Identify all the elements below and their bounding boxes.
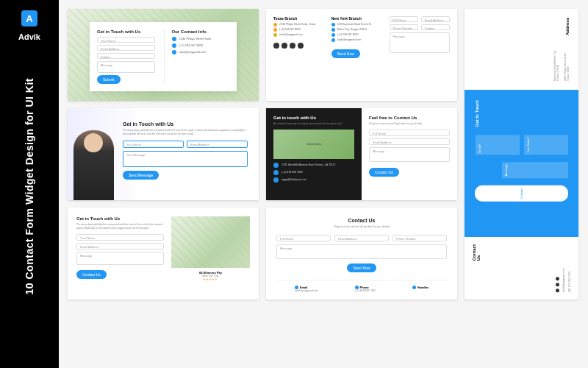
email-input[interactable]: Email Address* (187, 141, 248, 148)
location-icon (331, 23, 335, 26)
branch1-email: advik@mygmail.com (279, 33, 303, 37)
brand-name: Advik (18, 32, 40, 41)
location-icon (331, 28, 335, 32)
message-input[interactable]: Your Message (123, 151, 248, 167)
form-title: Get in Touch with Us (97, 29, 155, 34)
location-icon (273, 163, 279, 168)
contact-button[interactable]: Contact (475, 185, 568, 202)
twitter-icon[interactable] (282, 43, 287, 49)
touch-heading: Get In Touch (475, 100, 568, 127)
send-button[interactable]: Send Message (123, 171, 159, 180)
contact-widget-4: Get in touch with Us A wonderful serenit… (266, 108, 457, 200)
address-heading: Address (565, 18, 570, 35)
phone: (+1) 818 396 7682 (282, 171, 303, 174)
right-sub: Drop us a line and we'll get back to you… (369, 122, 450, 126)
left-sub: A wonderful serenity has taken possessio… (273, 122, 354, 126)
form-sub: On many days pitifully thin compared wit… (76, 223, 164, 230)
instagram-icon[interactable] (290, 43, 295, 49)
usa-map (273, 130, 354, 159)
social-icon (412, 286, 416, 289)
foot-email-v: advik@mygmail.com (295, 289, 318, 292)
location-icon (273, 23, 277, 26)
subject-input[interactable]: Subject (97, 53, 155, 59)
contact-widget-1: Get in Touch with Us Your Name Email Add… (68, 9, 259, 101)
info-email: advik@mygmail.com (179, 50, 207, 54)
phone-input[interactable]: Phone Number (392, 235, 447, 241)
subject-input[interactable]: Subject (421, 24, 450, 30)
email-input[interactable]: Email Address (97, 45, 155, 51)
sidebar: A Advik 10 Contact Form Widget Design fo… (0, 0, 59, 368)
message-input[interactable]: Message (369, 147, 450, 162)
email-input[interactable]: Email Address (421, 16, 450, 22)
email-icon (331, 38, 335, 42)
info-phone: (+1) 234 567 8910 (179, 43, 204, 47)
email-input[interactable]: Email Address (334, 235, 389, 241)
name-input[interactable]: Full Name (276, 235, 331, 241)
foot-social-h: Handles (417, 286, 429, 289)
contact-widget-2: Texas Branch 2133 Philips Street Suite, … (266, 9, 457, 101)
address-2: Raymond Road Baker City Oregon 97814 (553, 46, 559, 81)
send-button[interactable]: Send Now (331, 49, 360, 58)
name-input[interactable]: Your Name (76, 234, 164, 241)
rating-stars: ★★★★★ (171, 277, 250, 281)
form-subtitle: On many days, pitifully thin compared wi… (123, 129, 248, 136)
form-panel: Get in Touch with Us Your Name Email Add… (90, 22, 237, 91)
message-input[interactable]: Message (97, 61, 155, 73)
branch2-addr2: Baker City, Oregon 97814 (337, 28, 367, 32)
phone-input[interactable]: Phone Number (390, 24, 418, 30)
contact-email: advik@mygmail.com (562, 269, 565, 292)
name-input[interactable]: Your Name (97, 37, 155, 43)
message-input[interactable]: Message (276, 244, 447, 259)
info-title: Our Contact Info (172, 29, 230, 34)
name-input[interactable]: Full Name (369, 130, 450, 136)
email-input[interactable]: Email* (476, 135, 520, 155)
social-icon-1[interactable] (556, 289, 559, 292)
social-icon-3[interactable] (556, 277, 559, 280)
linkedin-icon[interactable] (298, 43, 304, 49)
form-title: Get in Touch with Us (76, 216, 164, 221)
email: egypt@fluidquint.com (282, 178, 306, 181)
contact-heading: Contact Us (472, 244, 571, 261)
foot-phone-v: (+1) 818 396 7682 (355, 289, 376, 292)
facebook-icon[interactable] (273, 43, 279, 49)
email-input[interactable]: Email Address (369, 138, 450, 145)
contact-button[interactable]: Contact Us (369, 168, 399, 177)
email-icon (273, 177, 279, 183)
social-icons (556, 269, 559, 292)
email-icon (172, 50, 176, 54)
branch1-title: Texas Branch (273, 16, 324, 21)
left-title: Get in touch with Us (273, 116, 354, 120)
contact-phone: (31) 976 718 7742 (568, 269, 571, 292)
contact-widget-3: Get in Touch with Us On many days, pitif… (68, 108, 259, 200)
submit-button[interactable]: Submit (97, 75, 121, 84)
form-title: Get in Touch with Us (123, 121, 248, 127)
info-address: 1234 Philips Street Suite (179, 37, 212, 40)
contact-widget-7: Address 4836 Philips Street Suite Texas … (465, 9, 578, 300)
name-input[interactable]: Full Name (390, 16, 418, 22)
person-image (74, 130, 114, 200)
send-button[interactable]: Send Now (347, 263, 376, 272)
phone-icon (331, 33, 335, 37)
name-input[interactable]: Your Name* (123, 141, 184, 148)
message-input[interactable]: Message (76, 252, 164, 265)
page-title: 10 Contact Form Widget Design for UI Kit (24, 78, 35, 294)
social-icon-2[interactable] (556, 283, 559, 286)
message-input[interactable]: Message (390, 32, 451, 53)
gallery: Get in Touch with Us Your Name Email Add… (59, 0, 588, 368)
branch2-email: advik@mygmail.com (337, 38, 361, 42)
address-1: 4836 Philips Street Suite Texas 76903 (564, 46, 570, 81)
phone-icon (273, 170, 279, 175)
email-input[interactable]: Email Address (76, 243, 164, 250)
branch1-addr: 2133 Philips Street Suite, Texas (279, 23, 315, 26)
message-input[interactable]: Message (502, 162, 568, 178)
contact-button[interactable]: Contact Us (76, 270, 107, 279)
branch2-phone: (+1) 234 567 8910 (337, 33, 359, 37)
contact-widget-6: Contact Us Drop us a line and we will ge… (266, 208, 457, 300)
name-input[interactable]: Your Name* (524, 135, 568, 155)
address: 2701 Westfield Avenue New Orleans, LA 70… (282, 163, 336, 166)
email-icon (273, 33, 277, 37)
location-map (171, 216, 250, 268)
social-icons (273, 43, 324, 49)
phone-icon (273, 28, 277, 32)
form-title: Contact Us (276, 218, 447, 223)
